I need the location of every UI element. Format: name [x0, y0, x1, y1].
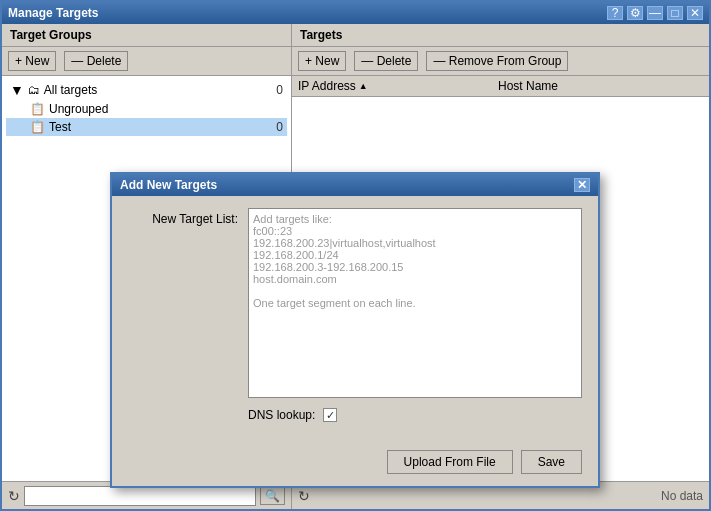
- delete-group-button[interactable]: — Delete: [64, 51, 128, 71]
- upload-from-file-button[interactable]: Upload From File: [387, 450, 513, 474]
- host-header-label: Host Name: [498, 79, 558, 93]
- target-list-textarea[interactable]: Add targets like: fc00::23 192.168.200.2…: [248, 208, 582, 398]
- modal-title-bar: Add New Targets ✕: [112, 174, 598, 196]
- modal-title-text: Add New Targets: [120, 178, 217, 192]
- item-icon-test: 📋: [30, 120, 45, 134]
- right-refresh-button[interactable]: ↻: [298, 488, 310, 504]
- tree-count-all: 0: [253, 83, 283, 97]
- modal-close-button[interactable]: ✕: [574, 178, 590, 192]
- right-toolbar: + New — Delete — Remove From Group: [292, 47, 709, 76]
- left-panel-header: Target Groups: [2, 24, 291, 47]
- host-column-header[interactable]: Host Name: [498, 79, 558, 93]
- left-refresh-button[interactable]: ↻: [8, 488, 20, 504]
- table-header: IP Address ▲ Host Name: [292, 76, 709, 97]
- window-controls: ? ⚙ — □ ✕: [607, 6, 703, 20]
- window-title: Manage Targets: [8, 6, 98, 20]
- right-panel-header: Targets: [292, 24, 709, 47]
- close-icon[interactable]: ✕: [687, 6, 703, 20]
- tree-label-all: All targets: [44, 83, 253, 97]
- dns-label: DNS lookup:: [248, 408, 315, 422]
- save-button[interactable]: Save: [521, 450, 582, 474]
- dns-checkbox[interactable]: [323, 408, 337, 422]
- ip-column-header[interactable]: IP Address ▲: [298, 79, 498, 93]
- minimize-icon[interactable]: —: [647, 6, 663, 20]
- search-input[interactable]: [24, 486, 256, 506]
- tree-label-ungrouped: Ungrouped: [49, 102, 253, 116]
- folder-icon: 🗂: [28, 83, 40, 97]
- settings-icon[interactable]: ⚙: [627, 6, 643, 20]
- left-toolbar: + New — Delete: [2, 47, 291, 76]
- sort-asc-icon: ▲: [359, 81, 368, 91]
- help-icon[interactable]: ?: [607, 6, 623, 20]
- modal-body: New Target List: Add targets like: fc00:…: [112, 196, 598, 446]
- item-icon-ungrouped: 📋: [30, 102, 45, 116]
- modal-footer: Upload From File Save: [112, 446, 598, 486]
- main-window: Manage Targets ? ⚙ — □ ✕ Target Groups +…: [0, 0, 711, 511]
- delete-target-button[interactable]: — Delete: [354, 51, 418, 71]
- tree-item-test[interactable]: 📋 Test 0: [6, 118, 287, 136]
- remove-from-group-button[interactable]: — Remove From Group: [426, 51, 568, 71]
- title-bar: Manage Targets ? ⚙ — □ ✕: [2, 2, 709, 24]
- add-targets-modal: Add New Targets ✕ New Target List: Add t…: [110, 172, 600, 488]
- search-button[interactable]: 🔍: [260, 487, 285, 505]
- tree-label-test: Test: [49, 120, 253, 134]
- target-list-label: New Target List:: [128, 208, 238, 398]
- new-group-button[interactable]: + New: [8, 51, 56, 71]
- tree-item-all[interactable]: ▼ 🗂 All targets 0: [6, 80, 287, 100]
- new-target-button[interactable]: + New: [298, 51, 346, 71]
- target-list-row: New Target List: Add targets like: fc00:…: [128, 208, 582, 398]
- maximize-icon[interactable]: □: [667, 6, 683, 20]
- tree-count-test: 0: [253, 120, 283, 134]
- ip-header-label: IP Address: [298, 79, 356, 93]
- no-data-status: No data: [661, 489, 703, 503]
- main-content: Target Groups + New — Delete ▼ 🗂 All tar…: [2, 24, 709, 509]
- dns-lookup-row: DNS lookup:: [128, 408, 582, 422]
- tree-item-ungrouped[interactable]: 📋 Ungrouped: [6, 100, 287, 118]
- expand-icon: ▼: [10, 82, 24, 98]
